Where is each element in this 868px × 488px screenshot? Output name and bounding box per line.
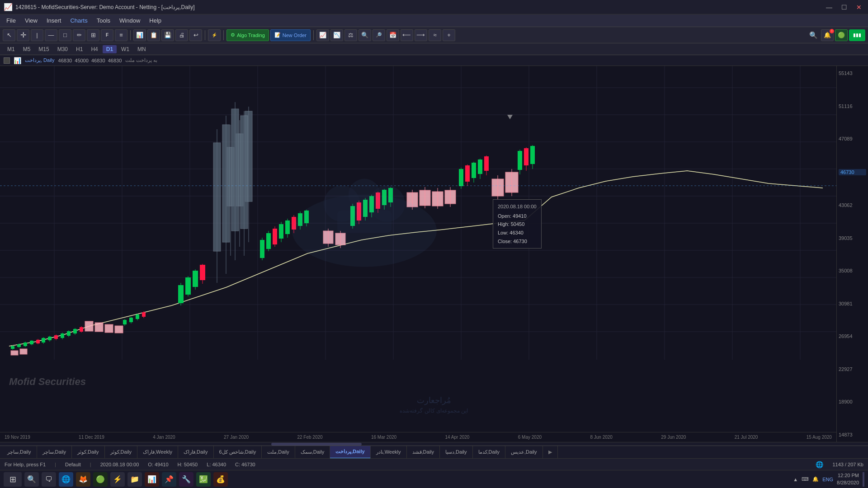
tab-mellat-daily[interactable]: ملت,Daily	[262, 446, 295, 459]
menu-window[interactable]: Window	[115, 15, 145, 26]
minimize-button[interactable]: —	[823, 3, 835, 12]
app6-icon[interactable]: ⚡	[110, 472, 125, 487]
vs-icon[interactable]: 📌	[162, 472, 176, 487]
tab-kosar-daily-2[interactable]: کوثر,Daily	[105, 446, 138, 459]
mofid-icon-2[interactable]: 💰	[213, 472, 228, 487]
tf-mn[interactable]: MN	[134, 45, 150, 53]
price-level-10: 22927	[839, 366, 866, 372]
explorer-icon[interactable]: 📁	[127, 472, 142, 487]
tab-scroll-right[interactable]: ▶	[543, 446, 558, 459]
edge-icon[interactable]: 🌐	[59, 472, 73, 487]
tab-sachar-daily-1[interactable]: ساچر,Daily	[2, 446, 37, 459]
chart-color-indicator	[4, 57, 10, 64]
price-level-6: 39035	[839, 235, 866, 241]
candle-group-aug	[518, 145, 535, 174]
tab-farak-daily[interactable]: فاراک,Daily	[178, 446, 214, 459]
tf-m30[interactable]: M30	[54, 45, 71, 53]
chrome-icon[interactable]: 🟢	[93, 472, 108, 487]
close-button[interactable]: ✕	[854, 3, 864, 12]
lines-tool[interactable]: ≡	[115, 29, 127, 41]
tf-m15[interactable]: M15	[35, 45, 52, 53]
date-label-12: 15 Aug 2020	[807, 435, 832, 440]
tab-adis-daily[interactable]: عدیس,Daily	[505, 446, 543, 459]
svg-rect-47	[95, 323, 103, 332]
cursor-tool[interactable]: ↖	[3, 29, 15, 41]
tf-m1[interactable]: M1	[4, 45, 19, 53]
firefox-icon[interactable]: 🦊	[76, 472, 90, 487]
menu-view[interactable]: View	[20, 15, 42, 26]
new-order-button[interactable]: 📝 New Order	[270, 29, 311, 41]
add-panel[interactable]: +	[443, 29, 455, 41]
svg-rect-139	[518, 151, 522, 170]
period-sep[interactable]: 📅	[387, 29, 399, 41]
svg-rect-57	[80, 327, 83, 332]
save-tool[interactable]: 💾	[161, 29, 174, 41]
zoom-in[interactable]: 🔍	[359, 29, 371, 41]
tab-farak-weekly[interactable]: فاراک,Weekly	[137, 446, 178, 459]
vertical-line-tool[interactable]: |	[31, 29, 43, 41]
horizontal-line-tool[interactable]: —	[45, 29, 57, 41]
template-tool[interactable]: 📋	[147, 29, 160, 41]
tf-d1[interactable]: D1	[103, 45, 117, 53]
compare-chart[interactable]: ⚖	[344, 29, 357, 41]
app11-icon[interactable]: 🔧	[179, 472, 193, 487]
tab-samak-daily[interactable]: سمک,Daily	[295, 446, 330, 459]
scroll-right[interactable]: ⟶	[415, 29, 427, 41]
menu-file[interactable]: File	[2, 15, 20, 26]
grid-tool[interactable]: ⊞	[87, 29, 99, 41]
svg-rect-115	[388, 188, 393, 202]
mofid-icon-1[interactable]: 💹	[196, 472, 211, 487]
caret-icon[interactable]: ▲	[793, 477, 798, 482]
tab-sachar-daily-2[interactable]: ساچر,Daily	[37, 446, 72, 459]
menu-insert[interactable]: Insert	[42, 15, 66, 26]
notification-icon[interactable]: 🔔	[812, 476, 819, 482]
rectangle-tool[interactable]: □	[59, 29, 71, 41]
title-left: 📈 1428615 - MofidSecurities-Server: Demo…	[4, 3, 195, 11]
tab-nader-weekly[interactable]: نادر,Weekly	[371, 446, 407, 459]
title-bar: 📈 1428615 - MofidSecurities-Server: Demo…	[0, 0, 868, 14]
menu-charts[interactable]: Charts	[66, 15, 92, 26]
zoom-chart[interactable]: 📈	[316, 29, 329, 41]
algo-trading-button[interactable]: ⚙ Algo Trading	[226, 29, 269, 41]
language-indicator: ENG	[822, 477, 833, 482]
fib-tool[interactable]: F	[101, 29, 113, 41]
tab-qoshd-daily[interactable]: قشد,Daily	[407, 446, 440, 459]
svg-rect-93	[292, 217, 296, 230]
chart-type[interactable]: 📊	[133, 29, 146, 41]
notification-bell[interactable]: 🔔 !	[821, 29, 834, 41]
tf-m5[interactable]: M5	[19, 45, 34, 53]
print-tool[interactable]: 🖨	[175, 29, 188, 41]
tab-shakhes-daily[interactable]: شاخص کل6,Daily	[214, 446, 262, 459]
task-view[interactable]: 🗨	[42, 472, 56, 487]
tf-h4[interactable]: H4	[87, 45, 101, 53]
search-taskbar[interactable]: 🔍	[24, 472, 39, 487]
overview-chart[interactable]: 📉	[330, 29, 343, 41]
scroll-left[interactable]: ⟵	[401, 29, 413, 41]
tab-kosar-daily[interactable]: کوثر,Daily	[72, 446, 105, 459]
indicator-tool[interactable]: ⚡	[208, 29, 221, 41]
indicators[interactable]: ≈	[429, 29, 441, 41]
powerpoint-icon[interactable]: 📊	[145, 472, 159, 487]
start-button[interactable]: ⊞	[4, 472, 22, 487]
tab-pardakht-daily[interactable]: پرداخت,Daily	[330, 446, 370, 459]
help-text: For Help, press F1	[5, 462, 46, 467]
h-scrollbar[interactable]	[0, 442, 868, 446]
menu-help[interactable]: Help	[145, 15, 166, 26]
undo-tool[interactable]: ↩	[189, 29, 202, 41]
search-button[interactable]: 🔍	[807, 29, 820, 42]
svg-rect-109	[369, 196, 374, 212]
maximize-button[interactable]: ☐	[839, 3, 850, 12]
tab-dasia-daily[interactable]: دسیا,Daily	[440, 446, 473, 459]
crosshair-tool[interactable]: ✛	[17, 29, 29, 41]
tf-h1[interactable]: H1	[72, 45, 86, 53]
tf-w1[interactable]: W1	[118, 45, 133, 53]
svg-rect-103	[350, 206, 355, 226]
candle-group-apr-may	[260, 210, 309, 260]
tab-kodma-daily[interactable]: کدما,Daily	[473, 446, 506, 459]
zoom-out[interactable]: 🔎	[373, 29, 385, 41]
title-controls[interactable]: — ☐ ✕	[823, 3, 864, 12]
menu-tools[interactable]: Tools	[92, 15, 115, 26]
pen-tool[interactable]: ✏	[73, 29, 85, 41]
show-desktop[interactable]	[863, 472, 864, 487]
svg-rect-69	[185, 277, 191, 295]
